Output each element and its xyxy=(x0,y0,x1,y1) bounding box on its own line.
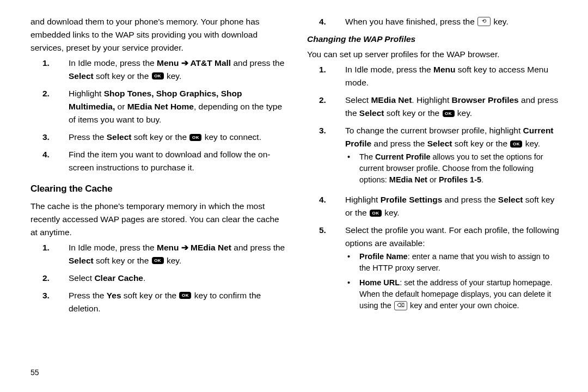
page-number: 55 xyxy=(30,367,39,379)
step-body: In Idle mode, press the Menu ➔ AT&T Mall… xyxy=(69,57,285,83)
wap-step-item: 1.In Idle mode, press the Menu soft key … xyxy=(307,63,562,89)
bullet-dot: • xyxy=(345,251,359,274)
sub-bullets: •Profile Name: enter a name that you wis… xyxy=(345,251,562,311)
download-steps: 1.In Idle mode, press the Menu ➔ AT&T Ma… xyxy=(30,57,285,174)
cache-steps: 1.In Idle mode, press the Menu ➔ MEdia N… xyxy=(30,241,285,315)
bullet-text: The Current Profile allows you to set th… xyxy=(359,151,562,186)
finish-step: 4.When you have finished, press the ⟲ ke… xyxy=(307,15,562,28)
cache-step-item: 3.Press the Yes soft key or the OK key t… xyxy=(30,289,285,315)
intro-paragraph: and download them to your phone's memory… xyxy=(30,15,285,54)
step-number: 1. xyxy=(30,241,69,267)
finish-step-item: 4.When you have finished, press the ⟲ ke… xyxy=(307,15,562,28)
step-body: In Idle mode, press the Menu ➔ MEdia Net… xyxy=(69,241,285,267)
step-number: 1. xyxy=(30,57,69,83)
bullet-item: •Profile Name: enter a name that you wis… xyxy=(345,251,562,274)
left-column: and download them to your phone's memory… xyxy=(30,15,285,381)
step-number: 1. xyxy=(307,63,345,89)
cache-intro: The cache is the phone's temporary memor… xyxy=(30,200,285,239)
step-number: 3. xyxy=(307,124,345,189)
step-number: 4. xyxy=(307,15,345,28)
wap-intro: You can set up server profiles for the W… xyxy=(307,48,562,61)
step-body: Select the profile you want. For each pr… xyxy=(345,224,562,315)
bullet-text: Profile Name: enter a name that you wish… xyxy=(359,251,562,274)
step-number: 4. xyxy=(30,148,69,174)
download-step-item: 1.In Idle mode, press the Menu ➔ AT&T Ma… xyxy=(30,57,285,83)
wap-step-item: 5.Select the profile you want. For each … xyxy=(307,224,562,315)
cache-step-item: 1.In Idle mode, press the Menu ➔ MEdia N… xyxy=(30,241,285,267)
cache-step-item: 2.Select Clear Cache. xyxy=(30,272,285,285)
step-body: Press the Select soft key or the OK key … xyxy=(69,131,285,144)
step-body: To change the current browser profile, h… xyxy=(345,124,562,189)
wap-step-item: 2.Select MEdia Net. Highlight Browser Pr… xyxy=(307,94,562,120)
wap-step-item: 4.Highlight Profile Settings and press t… xyxy=(307,193,562,219)
manual-page: and download them to your phone's memory… xyxy=(0,0,588,392)
bullet-item: •Home URL: set the address of your start… xyxy=(345,277,562,311)
step-number: 3. xyxy=(30,131,69,144)
step-body: In Idle mode, press the Menu soft key to… xyxy=(345,63,562,89)
wap-step-item: 3.To change the current browser profile,… xyxy=(307,124,562,189)
bullet-dot: • xyxy=(345,277,359,311)
step-number: 2. xyxy=(30,272,69,285)
step-body: Select Clear Cache. xyxy=(69,272,285,285)
sub-bullets: •The Current Profile allows you to set t… xyxy=(345,151,562,186)
step-body: Highlight Profile Settings and press the… xyxy=(345,193,562,219)
step-body: When you have finished, press the ⟲ key. xyxy=(345,15,562,28)
step-number: 5. xyxy=(307,224,345,315)
bullet-text: Home URL: set the address of your startu… xyxy=(359,277,562,311)
download-step-item: 2.Highlight Shop Tones, Shop Graphics, S… xyxy=(30,87,285,126)
step-body: Find the item you want to download and f… xyxy=(69,148,285,174)
bullet-dot: • xyxy=(345,151,359,186)
bullet-item: •The Current Profile allows you to set t… xyxy=(345,151,562,186)
step-body: Highlight Shop Tones, Shop Graphics, Sho… xyxy=(69,87,285,126)
step-number: 4. xyxy=(307,193,345,219)
download-step-item: 3.Press the Select soft key or the OK ke… xyxy=(30,131,285,144)
step-number: 2. xyxy=(307,94,345,120)
step-body: Select MEdia Net. Highlight Browser Prof… xyxy=(345,94,562,120)
download-step-item: 4.Find the item you want to download and… xyxy=(30,148,285,174)
step-number: 3. xyxy=(30,289,69,315)
wap-steps: 1.In Idle mode, press the Menu soft key … xyxy=(307,63,562,315)
right-column: 4.When you have finished, press the ⟲ ke… xyxy=(307,15,562,381)
step-body: Press the Yes soft key or the OK key to … xyxy=(69,289,285,315)
heading-wap-profiles: Changing the WAP Profiles xyxy=(307,33,562,46)
heading-clearing-cache: Clearing the Cache xyxy=(30,182,285,196)
step-number: 2. xyxy=(30,87,69,126)
